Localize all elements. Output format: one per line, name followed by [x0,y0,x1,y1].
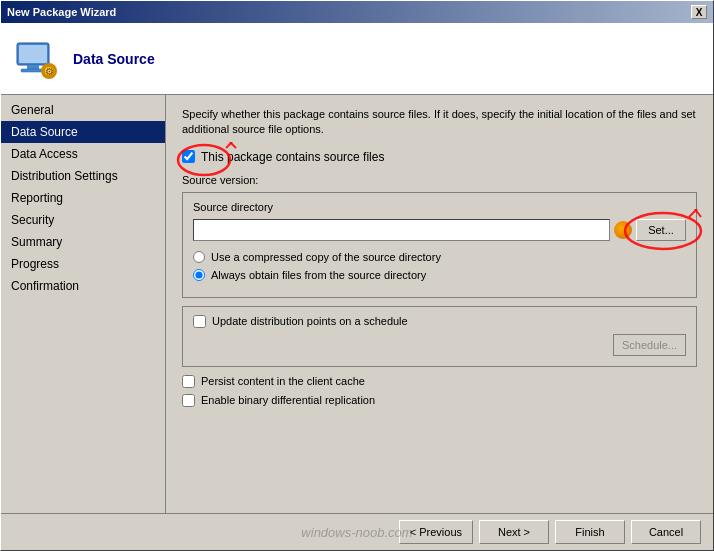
radio-always-obtain[interactable] [193,269,205,281]
next-button[interactable]: Next > [479,520,549,544]
binary-checkbox[interactable] [182,394,195,407]
radio-always-label: Always obtain files from the source dire… [211,269,426,281]
source-files-checkbox-row: This package contains source files [182,150,697,164]
svg-line-8 [226,142,232,148]
main-content: Specify whether this package contains so… [166,95,713,513]
sidebar-item-general[interactable]: General [1,99,165,121]
source-directory-group-title: Source directory [193,201,686,213]
watermark: windows-noob.com [301,525,412,540]
wizard-icon: ⚙ [13,35,61,83]
window: New Package Wizard X ⚙ Data Source Gener… [0,0,714,551]
finish-button[interactable]: Finish [555,520,625,544]
binary-checkbox-row: Enable binary differential replication [182,394,697,407]
header-icon: ⚙ [13,35,61,83]
schedule-checkbox-label: Update distribution points on a schedule [212,315,408,327]
schedule-button-row: Schedule... [193,334,686,356]
title-bar: New Package Wizard X [1,1,713,23]
radio-compressed[interactable] [193,251,205,263]
schedule-button[interactable]: Schedule... [613,334,686,356]
binary-label: Enable binary differential replication [201,394,375,406]
set-button[interactable]: Set... [636,219,686,241]
sidebar-item-security[interactable]: Security [1,209,165,231]
footer: windows-noob.com < Previous Next > Finis… [1,513,713,550]
radio-compressed-row: Use a compressed copy of the source dire… [193,251,686,263]
schedule-group: Update distribution points on a schedule… [182,306,697,367]
svg-rect-2 [27,65,39,69]
window-title: New Package Wizard [7,6,116,18]
sidebar-item-distribution-settings[interactable]: Distribution Settings [1,165,165,187]
sidebar-item-progress[interactable]: Progress [1,253,165,275]
svg-text:⚙: ⚙ [45,66,54,77]
content-area: General Data Source Data Access Distribu… [1,95,713,513]
source-version-label: Source version: [182,174,697,186]
close-button[interactable]: X [691,5,707,19]
header-area: ⚙ Data Source [1,23,713,95]
cancel-button[interactable]: Cancel [631,520,701,544]
source-files-label: This package contains source files [201,150,384,164]
schedule-checkbox[interactable] [193,315,206,328]
header-title: Data Source [73,51,155,67]
persist-checkbox[interactable] [182,375,195,388]
source-dir-row: Set... [193,219,686,241]
source-directory-input[interactable] [193,219,610,241]
sidebar-item-reporting[interactable]: Reporting [1,187,165,209]
radio-compressed-label: Use a compressed copy of the source dire… [211,251,441,263]
svg-line-12 [695,209,701,217]
sidebar-item-data-access[interactable]: Data Access [1,143,165,165]
persist-checkbox-row: Persist content in the client cache [182,375,697,388]
svg-line-9 [230,142,236,148]
persist-label: Persist content in the client cache [201,375,365,387]
source-directory-group: Source directory Set... [182,192,697,298]
source-files-checkbox[interactable] [182,150,195,163]
sidebar: General Data Source Data Access Distribu… [1,95,166,513]
sidebar-item-data-source[interactable]: Data Source [1,121,165,143]
description-text: Specify whether this package contains so… [182,107,697,138]
svg-rect-1 [19,45,47,63]
svg-line-11 [689,209,697,217]
sidebar-item-summary[interactable]: Summary [1,231,165,253]
radio-always-row: Always obtain files from the source dire… [193,269,686,281]
orange-icon [614,221,632,239]
sidebar-item-confirmation[interactable]: Confirmation [1,275,165,297]
schedule-checkbox-row: Update distribution points on a schedule [193,315,686,328]
